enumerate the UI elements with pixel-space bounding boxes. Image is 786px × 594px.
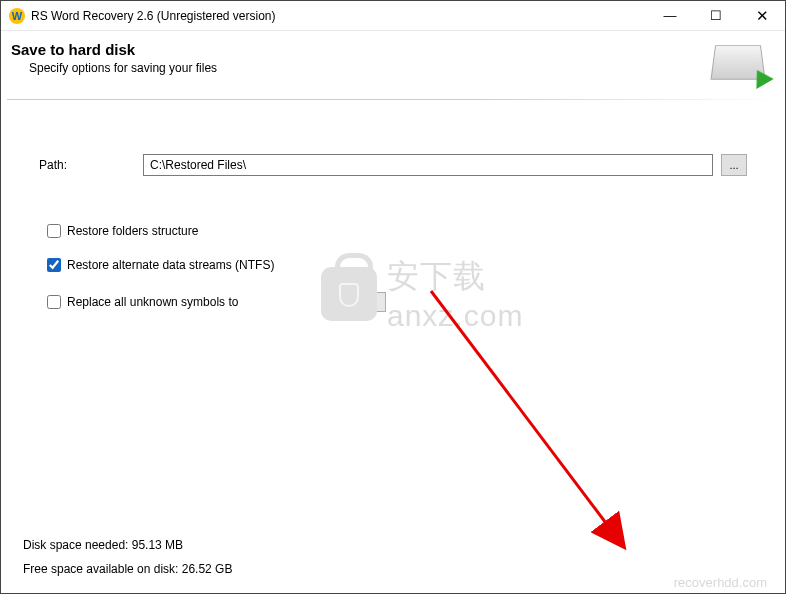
window-title: RS Word Recovery 2.6 (Unregistered versi…	[31, 9, 647, 23]
watermark-url: recoverhdd.com	[674, 575, 767, 590]
maximize-button[interactable]: ☐	[693, 1, 739, 30]
restore-folders-checkbox[interactable]	[47, 224, 61, 238]
separator	[7, 99, 779, 100]
minimize-button[interactable]: —	[647, 1, 693, 30]
replace-unknown-label: Replace all unknown symbols to	[67, 295, 238, 309]
free-space-label: Free space available on disk: 26.52 GB	[23, 562, 232, 576]
path-row: Path: ...	[39, 154, 747, 176]
replace-unknown-checkbox[interactable]	[47, 295, 61, 309]
window-controls: — ☐ ✕	[647, 1, 785, 30]
options-group: Restore folders structure Restore altern…	[47, 224, 747, 312]
close-button[interactable]: ✕	[739, 1, 785, 30]
restore-ads-checkbox[interactable]	[47, 258, 61, 272]
restore-folders-label: Restore folders structure	[67, 224, 198, 238]
content-area: Path: ... Restore folders structure Rest…	[1, 154, 785, 594]
disk-needed-label: Disk space needed: 95.13 MB	[23, 538, 232, 552]
restore-folders-row[interactable]: Restore folders structure	[47, 224, 747, 238]
restore-ads-label: Restore alternate data streams (NTFS)	[67, 258, 274, 272]
wizard-header: Save to hard disk Specify options for sa…	[1, 31, 785, 99]
hard-disk-icon	[713, 41, 767, 85]
app-icon: W	[9, 8, 25, 24]
page-subtitle: Specify options for saving your files	[11, 61, 713, 75]
restore-ads-row[interactable]: Restore alternate data streams (NTFS)	[47, 258, 747, 272]
page-title: Save to hard disk	[11, 41, 713, 58]
replace-unknown-row[interactable]: Replace all unknown symbols to	[47, 292, 747, 312]
disk-info: Disk space needed: 95.13 MB Free space a…	[23, 538, 232, 586]
replace-unknown-input	[364, 292, 386, 312]
titlebar: W RS Word Recovery 2.6 (Unregistered ver…	[1, 1, 785, 31]
path-input[interactable]	[143, 154, 713, 176]
path-label: Path:	[39, 158, 135, 172]
browse-button[interactable]: ...	[721, 154, 747, 176]
